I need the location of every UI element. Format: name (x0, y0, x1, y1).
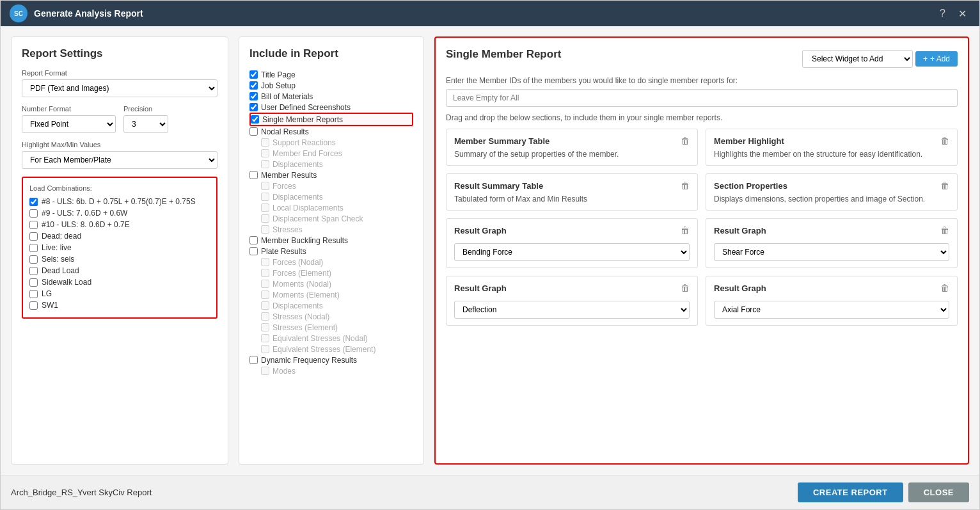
cb-user-screenshots[interactable] (249, 103, 258, 111)
cb-displacements-member[interactable] (261, 193, 269, 201)
combo-checkbox-7[interactable] (29, 278, 38, 287)
combo-label-0: #8 - ULS: 6b. D + 0.75L + 0.75(0.7)E + 0… (42, 197, 196, 206)
widget-title-result-graph-bending: Result Graph (454, 226, 507, 235)
result-graph-select-axial[interactable]: Bending Force Shear Force Axial Force De… (714, 301, 949, 319)
close-icon-button[interactable]: ✕ (954, 6, 970, 21)
trash-icon-member-highlight[interactable]: 🗑 (940, 136, 949, 146)
cb-forces[interactable] (261, 182, 269, 190)
highlight-label: Highlight Max/Min Values (22, 141, 217, 148)
combo-checkbox-2[interactable] (29, 221, 38, 229)
add-widget-button[interactable]: + + Add (915, 51, 958, 67)
widget-card-result-graph-bending: Result Graph 🗑 Bending Force Shear Force… (446, 218, 698, 268)
drag-drop-label: Drag and drop the below sections, to inc… (446, 113, 958, 122)
number-format-label: Number Format (22, 105, 116, 113)
combo-checkbox-1[interactable] (29, 209, 38, 218)
widget-card-header: Result Graph 🗑 (714, 225, 949, 235)
widget-card-member-highlight: Member Highlight 🗑 Highlights the member… (706, 129, 958, 166)
close-button[interactable]: CLOSE (908, 482, 969, 502)
cb-displacements-nodal[interactable] (261, 160, 269, 168)
combo-checkbox-6[interactable] (29, 267, 38, 275)
cb-support-reactions[interactable] (261, 138, 269, 147)
combo-label-2: #10 - ULS: 8. 0.6D + 0.7E (42, 220, 130, 229)
cb-nodal-results[interactable] (249, 127, 258, 136)
cb-equiv-stresses-element[interactable] (261, 345, 269, 353)
widget-card-member-summary: Member Summary Table 🗑 Summary of the se… (446, 129, 698, 166)
logo-text: SC (14, 10, 23, 17)
cb-member-end-forces[interactable] (261, 149, 269, 157)
tree-item-buckling: Member Buckling Results (249, 235, 413, 246)
highlight-group: Highlight Max/Min Values For Each Member… (22, 141, 217, 169)
cb-forces-element[interactable] (261, 269, 269, 277)
result-graph-select-shear[interactable]: Bending Force Shear Force Axial Force De… (714, 243, 949, 261)
member-ids-input[interactable] (446, 89, 958, 107)
widget-card-header: Result Graph 🗑 (454, 283, 690, 293)
combo-label-8: LG (42, 289, 52, 298)
tree-item-plate-results: Plate Results (249, 246, 413, 257)
cb-moments-nodal[interactable] (261, 280, 269, 288)
report-format-select[interactable]: PDF (Text and Images) PDF (Text Only) Wo… (22, 79, 217, 97)
number-format-select[interactable]: Fixed Point Scientific (22, 115, 116, 133)
list-item: Dead Load (29, 265, 210, 276)
cb-displacement-span[interactable] (261, 214, 269, 223)
cb-job-setup[interactable] (249, 81, 258, 90)
tree-item-equiv-stresses-element: Equivalent Stresses (Element) (249, 344, 413, 355)
tree-item-forces-nodal: Forces (Nodal) (249, 257, 413, 267)
widget-card-header: Member Summary Table 🗑 (454, 136, 690, 146)
cb-title-page[interactable] (249, 70, 258, 79)
trash-icon-result-graph-bending[interactable]: 🗑 (681, 225, 690, 235)
combo-checkbox-9[interactable] (29, 301, 38, 310)
result-graph-select-deflection[interactable]: Bending Force Shear Force Axial Force De… (454, 301, 690, 319)
cb-forces-nodal[interactable] (261, 258, 269, 266)
cb-stresses-element[interactable] (261, 323, 269, 331)
widget-title-result-graph-axial: Result Graph (714, 283, 766, 293)
trash-icon-result-graph-axial[interactable]: 🗑 (940, 283, 949, 293)
tree-item-nodal-results: Nodal Results (249, 126, 413, 137)
titlebar-left: SC Generate Analysis Report (10, 4, 143, 22)
trash-icon-result-graph-deflection[interactable]: 🗑 (681, 283, 690, 293)
tree-item-stresses-nodal: Stresses (Nodal) (249, 311, 413, 322)
list-item: #9 - ULS: 7. 0.6D + 0.6W (29, 207, 210, 219)
cb-buckling[interactable] (249, 236, 258, 244)
trash-icon-member-summary[interactable]: 🗑 (681, 136, 690, 146)
combo-checkbox-0[interactable] (29, 198, 38, 206)
result-graph-select-bending[interactable]: Bending Force Shear Force Axial Force De… (454, 243, 690, 261)
cb-equiv-stresses-nodal[interactable] (261, 334, 269, 342)
cb-displacements-plate[interactable] (261, 301, 269, 310)
widget-card-header: Result Graph 🗑 (454, 225, 690, 235)
create-report-button[interactable]: CREATE REPORT (798, 482, 903, 502)
tree-item-single-member: Single Member Reports (249, 113, 413, 126)
cb-modes[interactable] (261, 367, 269, 375)
list-item: Sidewalk Load (29, 276, 210, 288)
cb-plate-results[interactable] (249, 247, 258, 255)
widget-title-member-highlight: Member Highlight (714, 136, 784, 146)
trash-icon-section-properties[interactable]: 🗑 (940, 180, 949, 191)
load-combo-list: #8 - ULS: 6b. D + 0.75L + 0.75(0.7)E + 0… (29, 196, 210, 311)
trash-icon-result-summary[interactable]: 🗑 (681, 180, 690, 191)
precision-select[interactable]: 12345 (123, 115, 168, 133)
combo-checkbox-3[interactable] (29, 232, 38, 241)
cb-moments-element[interactable] (261, 291, 269, 299)
widget-add-select[interactable]: Select Widget to Add Member Summary Tabl… (802, 50, 913, 68)
combo-checkbox-5[interactable] (29, 255, 38, 264)
widget-title-result-graph-shear: Result Graph (714, 226, 766, 235)
trash-icon-result-graph-shear[interactable]: 🗑 (940, 225, 949, 235)
widget-title-member-summary: Member Summary Table (454, 136, 549, 146)
widget-desc-result-summary: Tabulated form of Max and Min Results (454, 195, 690, 203)
cb-stresses-nodal[interactable] (261, 312, 269, 321)
widget-card-section-properties: Section Properties 🗑 Displays dimensions… (706, 173, 958, 211)
cb-local-displacements[interactable] (261, 203, 269, 212)
highlight-select[interactable]: For Each Member/Plate Global (22, 151, 217, 169)
cb-dynamic[interactable] (249, 356, 258, 364)
tree-item-forces-element: Forces (Element) (249, 267, 413, 278)
cb-single-member[interactable] (251, 115, 259, 124)
footer-filename: Arch_Bridge_RS_Yvert SkyCiv Report (11, 488, 152, 497)
widget-card-header: Result Graph 🗑 (714, 283, 949, 293)
cb-bill-of-materials[interactable] (249, 92, 258, 100)
footer-buttons: CREATE REPORT CLOSE (798, 482, 969, 502)
combo-checkbox-4[interactable] (29, 244, 38, 252)
combo-checkbox-8[interactable] (29, 290, 38, 298)
cb-stresses[interactable] (261, 225, 269, 234)
cb-member-results[interactable] (249, 171, 258, 179)
tree-item-user-screenshots: User Defined Screenshots (249, 102, 413, 113)
help-icon-button[interactable]: ? (936, 6, 949, 20)
